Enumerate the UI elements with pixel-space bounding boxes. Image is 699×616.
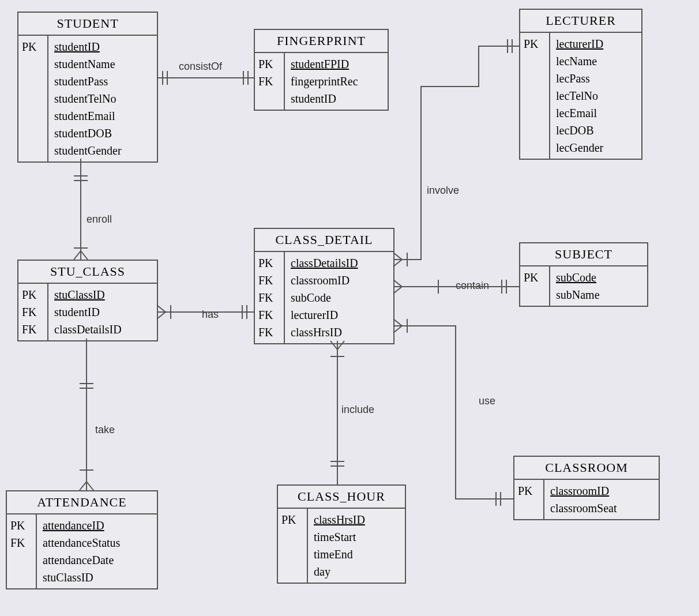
- entity-class-detail-keys: PK FK FK FK FK: [255, 252, 285, 343]
- rel-use: use: [479, 395, 495, 407]
- entity-lecturer: LECTURER PK lecturerID lecName lecPass l…: [519, 9, 642, 160]
- entity-classroom-attrs: classroomID classroomSeat: [544, 480, 623, 519]
- rel-enroll: enroll: [87, 213, 112, 226]
- entity-attendance-title: ATTENDANCE: [7, 491, 157, 514]
- entity-classroom: CLASSROOM PK classroomID classroomSeat: [513, 456, 660, 520]
- entity-attendance: ATTENDANCE PK FK attendanceID attendance…: [6, 490, 158, 589]
- entity-class-hour-attrs: classHrsID timeStart timeEnd day: [308, 509, 371, 583]
- entity-class-hour: CLASS_HOUR PK classHrsID timeStart timeE…: [277, 484, 406, 584]
- entity-student-keys: PK: [18, 36, 48, 161]
- entity-fingerprint-keys: PK FK: [255, 53, 285, 110]
- entity-class-detail-attrs: classDetailsID classroomID subCode lectu…: [285, 252, 364, 343]
- entity-classroom-title: CLASSROOM: [514, 457, 659, 480]
- entity-lecturer-title: LECTURER: [520, 10, 641, 33]
- rel-involve: involve: [427, 185, 459, 197]
- entity-stu-class: STU_CLASS PK FK FK stuClassID studentID …: [17, 260, 158, 341]
- entity-stu-class-title: STU_CLASS: [18, 261, 157, 284]
- entity-student-attrs: studentID studentName studentPass studen…: [48, 36, 127, 161]
- entity-fingerprint-attrs: studentFPID fingerprintRec studentID: [285, 53, 364, 110]
- entity-class-hour-keys: PK: [278, 509, 308, 583]
- entity-classroom-keys: PK: [514, 480, 544, 519]
- entity-stu-class-attrs: stuClassID studentID classDetailsID: [48, 284, 127, 340]
- entity-subject-attrs: subCode subName: [550, 266, 606, 306]
- entity-student-title: STUDENT: [18, 13, 157, 36]
- entity-fingerprint: FINGERPRINT PK FK studentFPID fingerprin…: [254, 29, 389, 111]
- entity-class-hour-title: CLASS_HOUR: [278, 486, 405, 509]
- entity-stu-class-keys: PK FK FK: [18, 284, 48, 340]
- rel-include: include: [341, 404, 374, 416]
- entity-attendance-attrs: attendanceID attendanceStatus attendance…: [37, 514, 126, 588]
- entity-class-detail-title: CLASS_DETAIL: [255, 229, 393, 252]
- entity-subject-keys: PK: [520, 266, 550, 306]
- rel-has: has: [202, 309, 219, 321]
- entity-subject: SUBJECT PK subCode subName: [519, 242, 648, 307]
- entity-attendance-keys: PK FK: [7, 514, 37, 588]
- entity-subject-title: SUBJECT: [520, 243, 647, 266]
- entity-lecturer-keys: PK: [520, 33, 550, 159]
- entity-student: STUDENT PK studentID studentName student…: [17, 12, 158, 163]
- entity-fingerprint-title: FINGERPRINT: [255, 30, 388, 53]
- entity-class-detail: CLASS_DETAIL PK FK FK FK FK classDetails…: [254, 228, 394, 344]
- rel-consistof: consistOf: [179, 61, 222, 73]
- entity-lecturer-attrs: lecturerID lecName lecPass lecTelNo lecE…: [550, 33, 609, 159]
- rel-take: take: [95, 424, 115, 436]
- rel-contain: contain: [456, 280, 489, 292]
